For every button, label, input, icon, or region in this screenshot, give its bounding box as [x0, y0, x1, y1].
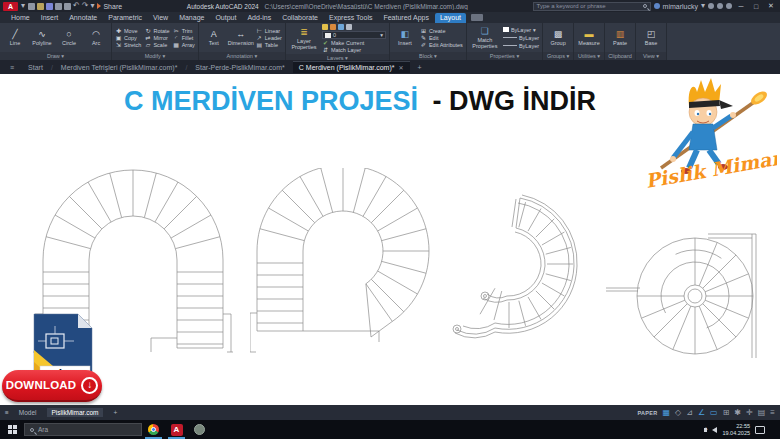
panel-layers-label[interactable]: Layers ▾	[286, 54, 389, 60]
ribbon-options-icon[interactable]	[471, 14, 483, 21]
tab-featured-apps[interactable]: Featured Apps	[378, 13, 434, 23]
array-tool[interactable]: ▦Array	[173, 42, 195, 48]
tab-view[interactable]: View	[148, 13, 173, 23]
panel-modify-label[interactable]: Modify ▾	[112, 52, 198, 60]
customize-statusbar-icon[interactable]: ≡	[770, 408, 775, 418]
osnap-toggle-icon[interactable]: ∠	[698, 408, 705, 418]
layer-on-icon[interactable]	[322, 24, 328, 30]
color-control[interactable]: ByLayer▾	[503, 26, 539, 33]
tab-output[interactable]: Output	[210, 13, 241, 23]
match-properties-tool[interactable]: ❏Match Properties	[470, 26, 500, 49]
fillet-tool[interactable]: ◜Fillet	[173, 35, 195, 41]
layout-tab-pislikmimar[interactable]: PislikMimar.com	[47, 408, 104, 417]
panel-properties-label[interactable]: Properties ▾	[467, 52, 542, 60]
isolate-objects-icon[interactable]: ▤	[758, 408, 766, 418]
chrome-taskbar-icon[interactable]	[142, 420, 165, 439]
tab-insert[interactable]: Insert	[36, 13, 64, 23]
scale-tool[interactable]: ▱Scale	[144, 42, 169, 48]
share-button[interactable]: Share	[97, 3, 122, 10]
linear-tool[interactable]: ⊢Linear	[256, 28, 282, 34]
panel-groups-label[interactable]: Groups ▾	[543, 52, 573, 60]
app-menu-caret-icon[interactable]: ▾	[21, 2, 25, 10]
speaker-icon[interactable]	[712, 427, 717, 433]
taskbar-clock[interactable]: 22:55 19.04.2025	[722, 423, 750, 436]
dynamic-input-icon[interactable]: ⊞	[723, 408, 730, 418]
dimension-tool[interactable]: ↔Dimension	[229, 29, 253, 46]
start-button[interactable]	[0, 420, 24, 439]
trim-tool[interactable]: ✂Trim	[173, 28, 195, 34]
panel-view-label[interactable]: View ▾	[636, 52, 666, 60]
mirror-tool[interactable]: ⇄Mirror	[144, 35, 169, 41]
polar-toggle-icon[interactable]: ⊿	[686, 408, 693, 418]
move-tool[interactable]: ✚Move	[115, 28, 141, 34]
save-as-icon[interactable]	[55, 3, 62, 10]
create-block-tool[interactable]: ⊞Create	[420, 28, 463, 34]
tab-annotate[interactable]: Annotate	[64, 13, 102, 23]
tab-parametric[interactable]: Parametric	[103, 13, 147, 23]
line-tool[interactable]: ╱Line	[3, 29, 27, 46]
paste-tool[interactable]: ▥Paste	[608, 29, 632, 46]
redo-button[interactable]: ↷	[82, 2, 89, 10]
drawing-canvas[interactable]: C MERDİVEN PROJESİ - DWG İNDİR P	[0, 74, 780, 405]
layer-freeze-icon[interactable]	[330, 24, 336, 30]
workspace-gear-icon[interactable]: ✱	[734, 408, 741, 418]
taskbar-search-input[interactable]: Ara	[24, 423, 142, 436]
ortho-toggle-icon[interactable]: ▭	[710, 408, 718, 418]
polyline-tool[interactable]: ∿Polyline	[30, 29, 54, 46]
table-tool[interactable]: ▤Table	[256, 42, 282, 48]
autocad-taskbar-icon[interactable]: A	[165, 420, 188, 439]
tab-collaborate[interactable]: Collaborate	[277, 13, 323, 23]
tab-layout[interactable]: Layout	[435, 13, 466, 23]
user-caret-icon[interactable]: ▾	[701, 2, 705, 10]
download-button[interactable]: DOWNLOAD ↓	[2, 370, 102, 402]
snap-toggle-icon[interactable]: ◇	[675, 408, 681, 418]
panel-draw-label[interactable]: Draw ▾	[0, 52, 111, 60]
base-tool[interactable]: ◰Base	[639, 29, 663, 46]
maximize-button[interactable]: □	[750, 3, 762, 10]
help-icon[interactable]	[726, 3, 732, 9]
app-menu-button[interactable]: A	[3, 2, 18, 11]
plot-icon[interactable]	[64, 3, 71, 10]
panel-annotation-label[interactable]: Annotation ▾	[199, 52, 285, 60]
signed-in-user[interactable]: mimarlucky	[663, 3, 698, 10]
arc-tool[interactable]: ◠Arc	[84, 29, 108, 46]
open-file-icon[interactable]	[37, 3, 44, 10]
copy-tool[interactable]: ▣Copy	[115, 35, 141, 41]
edit-attributes-tool[interactable]: ✐Edit Attributes	[420, 42, 463, 48]
tab-home[interactable]: Home	[6, 13, 35, 23]
linetype-control[interactable]: ByLayer	[503, 34, 539, 41]
close-tab-icon[interactable]: ✕	[399, 64, 404, 71]
leader-tool[interactable]: ↗Leader	[256, 35, 282, 41]
rotate-tool[interactable]: ↻Rotate	[144, 28, 169, 34]
undo-button[interactable]: ↶	[73, 2, 80, 10]
file-tab-star-perde[interactable]: Star-Perde-PislikMimar.com*	[189, 62, 290, 73]
autodesk-app-icon[interactable]	[717, 3, 723, 9]
keyword-search-input[interactable]: Type a keyword or phrase	[533, 2, 651, 11]
action-center-icon[interactable]	[755, 426, 765, 434]
lineweight-control[interactable]: ByLayer	[503, 42, 539, 49]
new-file-icon[interactable]	[28, 3, 35, 10]
grid-toggle-icon[interactable]: ▦	[663, 408, 671, 418]
group-tool[interactable]: ▩Group	[546, 29, 570, 46]
tab-express-tools[interactable]: Express Tools	[324, 13, 377, 23]
tab-manage[interactable]: Manage	[174, 13, 209, 23]
file-tab-merdiven-tefrisleri[interactable]: Merdiven Tefrişleri (PislikMimar.com)*	[55, 62, 184, 73]
stretch-tool[interactable]: ⇲Stretch	[115, 42, 141, 48]
cart-icon[interactable]	[708, 3, 714, 9]
circle-tool[interactable]: ○Circle	[57, 29, 81, 46]
panel-clipboard-label[interactable]: Clipboard	[605, 52, 635, 60]
layer-color-icon[interactable]	[346, 24, 352, 30]
file-tab-c-merdiven[interactable]: C Merdiven (PislikMimar.com)*✕	[293, 61, 410, 73]
minimize-button[interactable]: ─	[735, 3, 747, 10]
layer-lock-icon[interactable]	[338, 24, 344, 30]
tab-addins[interactable]: Add-ins	[242, 13, 276, 23]
new-tab-button[interactable]: +	[412, 62, 428, 73]
search-icon[interactable]	[643, 4, 647, 8]
close-button[interactable]: ✕	[765, 2, 777, 10]
paper-space-label[interactable]: PAPER	[637, 410, 657, 416]
file-tab-start[interactable]: Start	[22, 62, 49, 73]
insert-tool[interactable]: ◧Insert	[393, 29, 417, 46]
text-tool[interactable]: AText	[202, 29, 226, 46]
annotation-scale-icon[interactable]: ✛	[746, 408, 753, 418]
model-tab[interactable]: Model	[14, 408, 42, 417]
